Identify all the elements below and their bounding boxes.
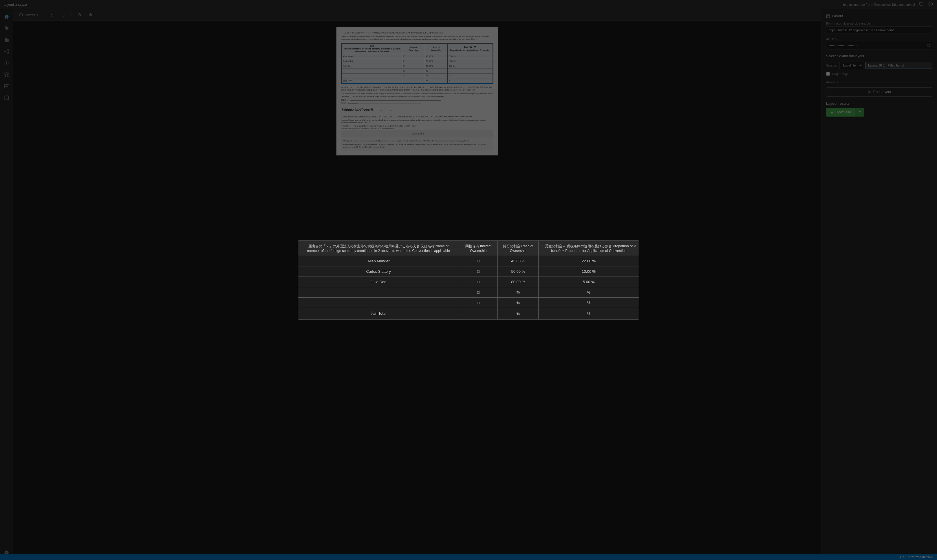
col-header-name: 届出書の「２」の外国法人の株主等で税税条約の適用を受ける者の氏名 又は名称 Na… <box>298 241 459 256</box>
table-row: Allan Munger□45.00 %22.00 % <box>298 256 469 266</box>
cell-name: Allan Munger <box>298 256 459 266</box>
cell-checkbox: □ <box>459 256 468 266</box>
cell-checkbox: □ <box>459 277 468 280</box>
table-row: Julie Doe□80.00 %5.00 % <box>298 277 469 280</box>
cell-name: Julie Doe <box>298 277 459 280</box>
modal-table: 届出書の「２」の外国法人の株主等で税税条約の適用を受ける者の氏名 又は名称 Na… <box>298 241 468 280</box>
modal-overlay[interactable]: × 届出書の「２」の外国法人の株主等で税税条約の適用を受ける者の氏名 又は名称 … <box>0 0 468 280</box>
table-body: Allan Munger□45.00 %22.00 %Carlos Slatte… <box>298 256 469 280</box>
cell-name: Carlos Slattery <box>298 266 459 277</box>
table-row: Carlos Slattery□56.00 %10.00 % <box>298 266 469 277</box>
cell-checkbox: □ <box>459 266 468 277</box>
table-header: 届出書の「２」の外国法人の株主等で税税条約の適用を受ける者の氏名 又は名称 Na… <box>298 241 469 256</box>
modal-dialog: × 届出書の「２」の外国法人の株主等で税税条約の適用を受ける者の氏名 又は名称 … <box>298 240 468 280</box>
col-header-indirect: 間接保有 Indirect Ownership <box>459 241 468 256</box>
